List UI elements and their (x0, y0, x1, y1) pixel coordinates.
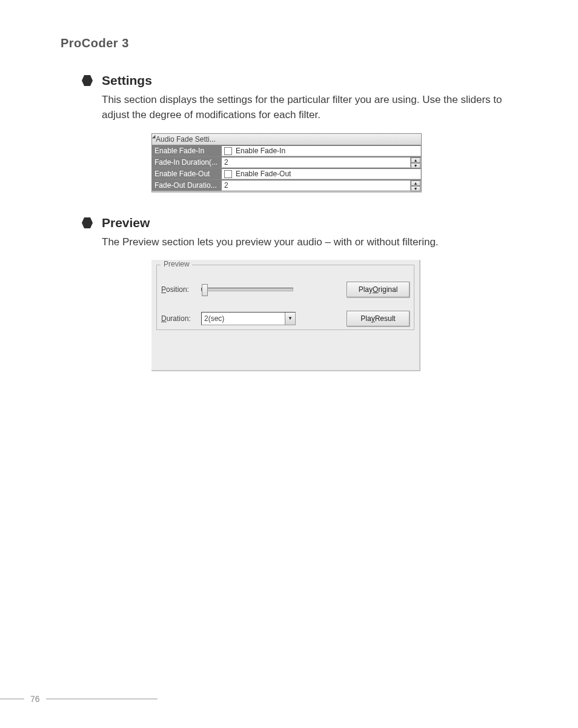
svg-marker-0 (82, 75, 93, 86)
hexagon-bullet-icon (81, 217, 93, 229)
checkbox-enable-fade-out[interactable] (224, 170, 232, 178)
hexagon-bullet-icon (81, 74, 93, 87)
spinner-fade-out-duration[interactable]: ▲ ▼ (410, 180, 420, 190)
checkbox-label-enable-fade-in: Enable Fade-In (236, 147, 285, 155)
section-title-settings: Settings (102, 73, 152, 88)
spinner-up-icon[interactable]: ▲ (411, 180, 420, 186)
fade-out-duration-value: 2 (224, 181, 228, 190)
section-body-preview: The Preview section lets you preview you… (102, 235, 523, 250)
svg-marker-1 (82, 217, 93, 228)
row-label-enable-fade-in: Enable Fade-In (152, 145, 221, 156)
position-slider[interactable] (201, 288, 293, 291)
page-number: 76 (24, 694, 46, 704)
settings-table: Audio Fade Setti... Enable Fade-In Enabl… (151, 133, 422, 193)
row-value-enable-fade-out[interactable]: Enable Fade-Out (221, 168, 421, 179)
spinner-up-icon[interactable]: ▲ (411, 157, 420, 163)
table-row: Fade-Out Duratio... 2 ▲ ▼ (152, 180, 421, 191)
preview-panel: Preview Position: Play Original Duration… (151, 260, 420, 371)
spinner-down-icon[interactable]: ▼ (411, 163, 420, 168)
spinner-fade-in-duration[interactable]: ▲ ▼ (410, 157, 420, 167)
page-title: ProCoder 3 (61, 36, 523, 50)
table-row: Enable Fade-Out Enable Fade-Out (152, 168, 421, 180)
section-title-preview: Preview (102, 216, 150, 230)
slider-thumb-icon[interactable] (202, 284, 208, 296)
preview-legend: Preview (161, 260, 192, 268)
table-row: Fade-In Duration(... 2 ▲ ▼ (152, 157, 421, 168)
row-value-fade-out-duration[interactable]: 2 ▲ ▼ (221, 180, 421, 191)
settings-category-header[interactable]: Audio Fade Setti... (152, 134, 421, 145)
checkbox-label-enable-fade-out: Enable Fade-Out (236, 170, 291, 178)
table-row: Enable Fade-In Enable Fade-In (152, 145, 421, 157)
row-value-fade-in-duration[interactable]: 2 ▲ ▼ (221, 157, 421, 168)
spinner-down-icon[interactable]: ▼ (411, 186, 420, 191)
duration-combobox[interactable]: 2(sec) ▼ (201, 312, 296, 325)
row-label-fade-in-duration: Fade-In Duration(... (152, 157, 221, 168)
duration-value: 2(sec) (204, 314, 224, 323)
row-value-enable-fade-in[interactable]: Enable Fade-In (221, 145, 421, 156)
section-body-settings: This section displays the settings for t… (102, 93, 523, 122)
fade-in-duration-value: 2 (224, 158, 228, 167)
page-footer: 76 (0, 694, 158, 704)
row-label-fade-out-duration: Fade-Out Duratio... (152, 180, 221, 191)
row-label-enable-fade-out: Enable Fade-Out (152, 168, 221, 179)
checkbox-enable-fade-in[interactable] (224, 147, 232, 155)
chevron-down-icon[interactable]: ▼ (285, 313, 295, 325)
